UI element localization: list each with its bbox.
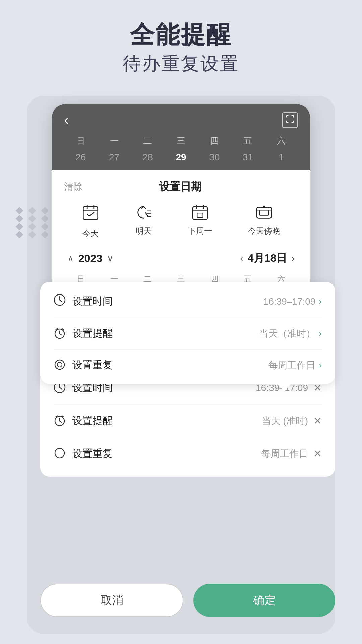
sub-title: 待办重复设置 <box>0 52 362 76</box>
bs-reminder-close[interactable]: ✕ <box>313 415 322 427</box>
weekday-tue: 二 <box>131 135 164 147</box>
popup-time-value: 16:39–17:09 <box>263 296 316 307</box>
nextmon-label: 下周一 <box>188 226 212 236</box>
year-nav: ∧ 2023 ∨ <box>67 252 113 265</box>
bs-repeat-icon <box>54 447 66 461</box>
cal-date-29: 29 <box>164 150 198 165</box>
year-down-btn[interactable]: ∨ <box>107 253 113 264</box>
year-value: 2023 <box>78 252 102 265</box>
cal-weekdays-row: 日 一 二 三 四 五 六 <box>64 135 298 147</box>
month-prev-btn[interactable]: ‹ <box>240 253 243 264</box>
panel-header-row: 清除 设置日期 <box>64 179 298 194</box>
quick-date-nextmon[interactable]: 下周一 <box>188 204 212 239</box>
quick-date-evening[interactable]: 今天傍晚 <box>248 204 280 239</box>
bs-repeat-label: 设置重复 <box>72 447 261 461</box>
popup-reminder-value: 当天（准时） <box>259 327 315 340</box>
year-month-nav: ∧ 2023 ∨ ‹ 4月18日 › <box>64 248 298 268</box>
popup-time-arrow: › <box>319 296 322 307</box>
cal-date-27: 27 <box>98 150 131 165</box>
date-setting-panel: 清除 设置日期 今天 <box>52 170 310 294</box>
month-next-btn[interactable]: › <box>292 253 295 264</box>
popup-repeat-arrow: › <box>319 360 322 370</box>
popup-reminder-row[interactable]: 设置提醒 当天（准时） › <box>54 318 322 350</box>
bs-reminder-value: 当天 (准时) <box>262 415 308 427</box>
weekday-sun: 日 <box>64 135 98 147</box>
bs-repeat-value: 每周工作日 <box>261 447 308 460</box>
month-nav: ‹ 4月18日 › <box>240 251 295 266</box>
quick-date-today[interactable]: 今天 <box>82 204 99 239</box>
today-icon <box>82 204 99 225</box>
bs-repeat-close[interactable]: ✕ <box>313 448 322 460</box>
popup-tail <box>277 383 292 391</box>
cal-dates-row: 26 27 28 29 30 31 1 <box>64 150 298 165</box>
cal-date-31: 31 <box>231 150 265 165</box>
weekday-wed: 三 <box>164 135 198 147</box>
clock-icon <box>54 294 66 309</box>
popup-reminder-arrow: › <box>319 328 322 339</box>
popup-time-row[interactable]: 设置时间 16:39–17:09 › <box>54 285 322 318</box>
repeat-icon <box>54 359 66 372</box>
alarm-icon <box>54 327 66 340</box>
popup-reminder-label: 设置提醒 <box>72 327 259 340</box>
evening-label: 今天傍晚 <box>248 226 280 236</box>
cancel-button[interactable]: 取消 <box>40 584 183 617</box>
bs-alarm-icon <box>54 414 66 428</box>
quick-date-tomorrow[interactable]: 明天 <box>135 204 153 239</box>
main-title: 全能提醒 <box>0 20 362 49</box>
popup-repeat-row[interactable]: 设置重复 每周工作日 › <box>54 350 322 381</box>
bs-repeat-row[interactable]: 设置重复 每周工作日 ✕ <box>54 437 322 470</box>
quick-dates-row: 今天 明天 <box>64 204 298 239</box>
popup-repeat-value: 每周工作日 <box>268 359 315 372</box>
weekday-thu: 四 <box>198 135 231 147</box>
evening-icon <box>255 204 273 222</box>
popup-time-label: 设置时间 <box>72 294 263 308</box>
month-value: 4月18日 <box>248 251 287 266</box>
weekday-mon: 一 <box>98 135 131 147</box>
svg-rect-13 <box>260 210 268 215</box>
cal-nav-row: ‹ <box>64 112 298 128</box>
svg-point-25 <box>55 448 64 458</box>
header-area: 全能提醒 待办重复设置 <box>0 20 362 76</box>
panel-title: 设置日期 <box>159 179 202 194</box>
action-buttons-row: 取消 确定 <box>40 584 335 617</box>
today-label: 今天 <box>82 228 99 239</box>
svg-rect-0 <box>83 207 98 220</box>
popup-repeat-label: 设置重复 <box>72 358 268 372</box>
cal-date-30: 30 <box>198 150 231 165</box>
phone-mockup: ‹ 日 一 二 三 四 五 六 26 27 28 29 30 31 1 <box>52 104 310 294</box>
confirm-button[interactable]: 确定 <box>193 584 335 617</box>
cal-date-1: 1 <box>264 150 298 165</box>
bs-reminder-label: 设置提醒 <box>72 414 262 428</box>
cal-date-26: 26 <box>64 150 98 165</box>
tomorrow-icon <box>135 204 153 222</box>
bs-reminder-row[interactable]: 设置提醒 当天 (准时) ✕ <box>54 405 322 437</box>
cal-date-28: 28 <box>131 150 164 165</box>
year-up-btn[interactable]: ∧ <box>67 253 74 264</box>
nextmon-icon <box>191 204 209 222</box>
weekday-fri: 五 <box>231 135 265 147</box>
panel-clear-btn[interactable]: 清除 <box>64 180 83 193</box>
tomorrow-label: 明天 <box>136 226 152 236</box>
cal-expand-btn[interactable] <box>282 112 298 128</box>
calendar-header: ‹ 日 一 二 三 四 五 六 26 27 28 29 30 31 1 <box>52 104 310 170</box>
svg-rect-12 <box>257 207 271 218</box>
cal-back-btn[interactable]: ‹ <box>64 112 69 128</box>
svg-point-20 <box>55 360 64 369</box>
svg-rect-11 <box>197 213 203 217</box>
settings-popup: 设置时间 16:39–17:09 › 设置提醒 当天（准时） › 设置重复 每周… <box>40 282 335 384</box>
weekday-sat: 六 <box>264 135 298 147</box>
